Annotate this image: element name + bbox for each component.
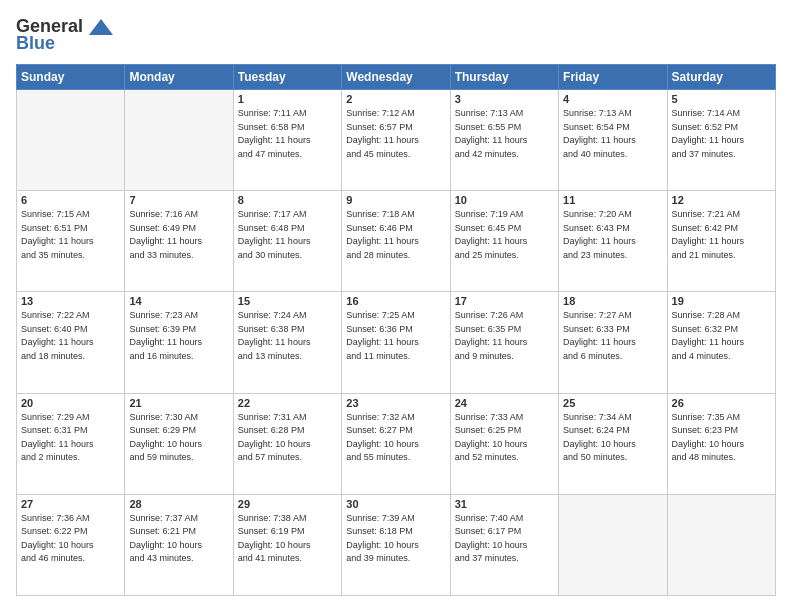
day-info: Sunrise: 7:13 AM Sunset: 6:54 PM Dayligh… <box>563 107 662 161</box>
day-number: 22 <box>238 397 337 409</box>
calendar-cell: 4Sunrise: 7:13 AM Sunset: 6:54 PM Daylig… <box>559 90 667 191</box>
calendar-cell: 27Sunrise: 7:36 AM Sunset: 6:22 PM Dayli… <box>17 494 125 595</box>
day-info: Sunrise: 7:14 AM Sunset: 6:52 PM Dayligh… <box>672 107 771 161</box>
day-info: Sunrise: 7:24 AM Sunset: 6:38 PM Dayligh… <box>238 309 337 363</box>
col-header-thursday: Thursday <box>450 65 558 90</box>
calendar-cell: 7Sunrise: 7:16 AM Sunset: 6:49 PM Daylig… <box>125 191 233 292</box>
logo: General Blue <box>16 16 115 54</box>
calendar-body: 1Sunrise: 7:11 AM Sunset: 6:58 PM Daylig… <box>17 90 776 596</box>
day-info: Sunrise: 7:15 AM Sunset: 6:51 PM Dayligh… <box>21 208 120 262</box>
calendar-cell: 20Sunrise: 7:29 AM Sunset: 6:31 PM Dayli… <box>17 393 125 494</box>
day-info: Sunrise: 7:40 AM Sunset: 6:17 PM Dayligh… <box>455 512 554 566</box>
calendar-cell: 25Sunrise: 7:34 AM Sunset: 6:24 PM Dayli… <box>559 393 667 494</box>
day-number: 18 <box>563 295 662 307</box>
calendar-cell: 15Sunrise: 7:24 AM Sunset: 6:38 PM Dayli… <box>233 292 341 393</box>
day-number: 7 <box>129 194 228 206</box>
day-number: 14 <box>129 295 228 307</box>
calendar-cell: 11Sunrise: 7:20 AM Sunset: 6:43 PM Dayli… <box>559 191 667 292</box>
day-info: Sunrise: 7:11 AM Sunset: 6:58 PM Dayligh… <box>238 107 337 161</box>
calendar-cell: 29Sunrise: 7:38 AM Sunset: 6:19 PM Dayli… <box>233 494 341 595</box>
calendar-week-row: 20Sunrise: 7:29 AM Sunset: 6:31 PM Dayli… <box>17 393 776 494</box>
calendar-cell: 22Sunrise: 7:31 AM Sunset: 6:28 PM Dayli… <box>233 393 341 494</box>
calendar-cell: 3Sunrise: 7:13 AM Sunset: 6:55 PM Daylig… <box>450 90 558 191</box>
calendar-cell: 28Sunrise: 7:37 AM Sunset: 6:21 PM Dayli… <box>125 494 233 595</box>
day-info: Sunrise: 7:31 AM Sunset: 6:28 PM Dayligh… <box>238 411 337 465</box>
calendar-cell: 12Sunrise: 7:21 AM Sunset: 6:42 PM Dayli… <box>667 191 775 292</box>
day-info: Sunrise: 7:37 AM Sunset: 6:21 PM Dayligh… <box>129 512 228 566</box>
day-number: 9 <box>346 194 445 206</box>
calendar-cell: 23Sunrise: 7:32 AM Sunset: 6:27 PM Dayli… <box>342 393 450 494</box>
day-info: Sunrise: 7:26 AM Sunset: 6:35 PM Dayligh… <box>455 309 554 363</box>
day-number: 6 <box>21 194 120 206</box>
svg-marker-0 <box>89 19 113 35</box>
day-number: 25 <box>563 397 662 409</box>
calendar-cell: 26Sunrise: 7:35 AM Sunset: 6:23 PM Dayli… <box>667 393 775 494</box>
calendar-cell: 1Sunrise: 7:11 AM Sunset: 6:58 PM Daylig… <box>233 90 341 191</box>
day-number: 13 <box>21 295 120 307</box>
day-number: 31 <box>455 498 554 510</box>
logo-icon <box>87 17 115 37</box>
day-number: 2 <box>346 93 445 105</box>
calendar-cell <box>17 90 125 191</box>
calendar-week-row: 1Sunrise: 7:11 AM Sunset: 6:58 PM Daylig… <box>17 90 776 191</box>
calendar-cell: 24Sunrise: 7:33 AM Sunset: 6:25 PM Dayli… <box>450 393 558 494</box>
day-info: Sunrise: 7:32 AM Sunset: 6:27 PM Dayligh… <box>346 411 445 465</box>
day-number: 19 <box>672 295 771 307</box>
day-info: Sunrise: 7:13 AM Sunset: 6:55 PM Dayligh… <box>455 107 554 161</box>
calendar-week-row: 27Sunrise: 7:36 AM Sunset: 6:22 PM Dayli… <box>17 494 776 595</box>
col-header-tuesday: Tuesday <box>233 65 341 90</box>
calendar-table: SundayMondayTuesdayWednesdayThursdayFrid… <box>16 64 776 596</box>
col-header-monday: Monday <box>125 65 233 90</box>
col-header-saturday: Saturday <box>667 65 775 90</box>
calendar-cell: 9Sunrise: 7:18 AM Sunset: 6:46 PM Daylig… <box>342 191 450 292</box>
header: General Blue <box>16 16 776 54</box>
day-info: Sunrise: 7:36 AM Sunset: 6:22 PM Dayligh… <box>21 512 120 566</box>
day-number: 10 <box>455 194 554 206</box>
calendar-cell <box>125 90 233 191</box>
calendar-cell: 10Sunrise: 7:19 AM Sunset: 6:45 PM Dayli… <box>450 191 558 292</box>
calendar-cell: 8Sunrise: 7:17 AM Sunset: 6:48 PM Daylig… <box>233 191 341 292</box>
day-number: 8 <box>238 194 337 206</box>
day-info: Sunrise: 7:27 AM Sunset: 6:33 PM Dayligh… <box>563 309 662 363</box>
day-number: 30 <box>346 498 445 510</box>
calendar-cell: 30Sunrise: 7:39 AM Sunset: 6:18 PM Dayli… <box>342 494 450 595</box>
day-info: Sunrise: 7:39 AM Sunset: 6:18 PM Dayligh… <box>346 512 445 566</box>
page: General Blue SundayMondayTuesdayWednesda… <box>0 0 792 612</box>
day-info: Sunrise: 7:25 AM Sunset: 6:36 PM Dayligh… <box>346 309 445 363</box>
calendar-cell <box>667 494 775 595</box>
day-info: Sunrise: 7:38 AM Sunset: 6:19 PM Dayligh… <box>238 512 337 566</box>
day-number: 5 <box>672 93 771 105</box>
calendar-cell: 18Sunrise: 7:27 AM Sunset: 6:33 PM Dayli… <box>559 292 667 393</box>
day-info: Sunrise: 7:34 AM Sunset: 6:24 PM Dayligh… <box>563 411 662 465</box>
calendar-cell: 13Sunrise: 7:22 AM Sunset: 6:40 PM Dayli… <box>17 292 125 393</box>
day-number: 29 <box>238 498 337 510</box>
day-info: Sunrise: 7:28 AM Sunset: 6:32 PM Dayligh… <box>672 309 771 363</box>
calendar-cell: 6Sunrise: 7:15 AM Sunset: 6:51 PM Daylig… <box>17 191 125 292</box>
col-header-friday: Friday <box>559 65 667 90</box>
day-number: 15 <box>238 295 337 307</box>
calendar-header-row: SundayMondayTuesdayWednesdayThursdayFrid… <box>17 65 776 90</box>
day-info: Sunrise: 7:33 AM Sunset: 6:25 PM Dayligh… <box>455 411 554 465</box>
day-info: Sunrise: 7:21 AM Sunset: 6:42 PM Dayligh… <box>672 208 771 262</box>
day-number: 28 <box>129 498 228 510</box>
calendar-cell: 14Sunrise: 7:23 AM Sunset: 6:39 PM Dayli… <box>125 292 233 393</box>
day-info: Sunrise: 7:23 AM Sunset: 6:39 PM Dayligh… <box>129 309 228 363</box>
day-info: Sunrise: 7:30 AM Sunset: 6:29 PM Dayligh… <box>129 411 228 465</box>
day-number: 12 <box>672 194 771 206</box>
day-info: Sunrise: 7:18 AM Sunset: 6:46 PM Dayligh… <box>346 208 445 262</box>
day-info: Sunrise: 7:19 AM Sunset: 6:45 PM Dayligh… <box>455 208 554 262</box>
calendar-cell <box>559 494 667 595</box>
logo-blue: Blue <box>16 33 55 54</box>
calendar-cell: 2Sunrise: 7:12 AM Sunset: 6:57 PM Daylig… <box>342 90 450 191</box>
day-number: 11 <box>563 194 662 206</box>
calendar-week-row: 13Sunrise: 7:22 AM Sunset: 6:40 PM Dayli… <box>17 292 776 393</box>
col-header-wednesday: Wednesday <box>342 65 450 90</box>
day-number: 23 <box>346 397 445 409</box>
calendar-cell: 19Sunrise: 7:28 AM Sunset: 6:32 PM Dayli… <box>667 292 775 393</box>
day-number: 24 <box>455 397 554 409</box>
day-number: 27 <box>21 498 120 510</box>
day-number: 21 <box>129 397 228 409</box>
col-header-sunday: Sunday <box>17 65 125 90</box>
day-info: Sunrise: 7:16 AM Sunset: 6:49 PM Dayligh… <box>129 208 228 262</box>
day-number: 1 <box>238 93 337 105</box>
